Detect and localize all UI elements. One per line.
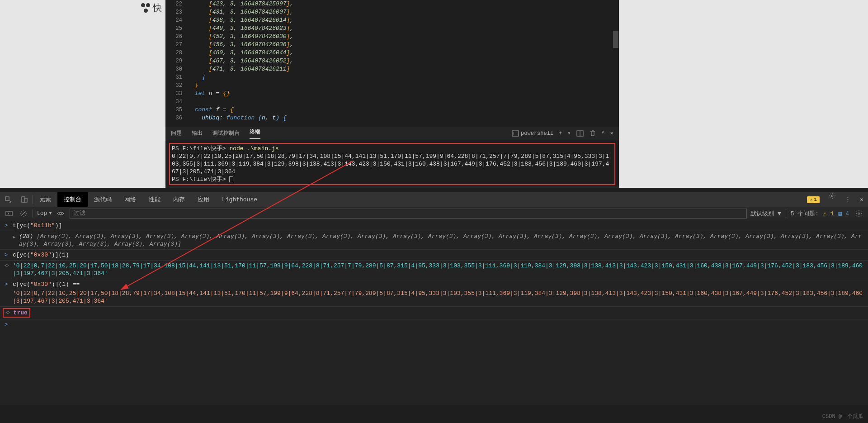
panel-tab-terminal[interactable]: 终端 bbox=[250, 128, 260, 139]
console-result-row: <·true bbox=[0, 307, 868, 319]
terminal-prompt-2: PS F:\file\快手> bbox=[172, 176, 226, 183]
line-gutter: 222324252627282930313233343536 bbox=[165, 0, 186, 127]
console-settings-icon[interactable] bbox=[854, 210, 864, 217]
log-level-selector[interactable]: 默认级别 ▼ bbox=[750, 209, 781, 218]
logo-icon bbox=[140, 3, 151, 14]
terminal-body[interactable]: PS F:\file\快手> node .\main.js 0|22|0,7|2… bbox=[165, 140, 619, 185]
console-input-row: t[yc("0x11b")] bbox=[0, 220, 868, 231]
code-content[interactable]: [423, 3, 1664078425997], [431, 3, 166407… bbox=[186, 0, 619, 127]
devtools-close-icon[interactable]: ✕ bbox=[855, 192, 868, 207]
terminal-command: node .\main.js bbox=[229, 145, 278, 152]
shell-name: powershell bbox=[521, 130, 553, 137]
console-toolbar: top ▼ 默认级别 ▼ 5 个问题: ⚠ 1 ▤ 4 bbox=[0, 207, 868, 220]
svg-point-11 bbox=[858, 213, 860, 214]
editor-window: 222324252627282930313233343536 [423, 3, … bbox=[165, 0, 619, 188]
issues-label: 5 个问题: bbox=[791, 209, 819, 218]
issues-warn-count[interactable]: ⚠ 1 bbox=[823, 210, 834, 217]
svg-point-6 bbox=[831, 195, 833, 197]
maximize-panel-icon[interactable]: ^ bbox=[602, 130, 605, 137]
svg-rect-0 bbox=[512, 131, 519, 136]
terminal-highlight-box: PS F:\file\快手> node .\main.js 0|22|0,7|2… bbox=[169, 143, 615, 185]
watermark: CSDN @一个瓜瓜 bbox=[822, 413, 863, 420]
svg-point-10 bbox=[60, 213, 61, 214]
issues-info-count[interactable]: ▤ 4 bbox=[839, 210, 849, 217]
tab-network[interactable]: 网络 bbox=[118, 192, 142, 207]
more-icon[interactable]: ⋮ bbox=[840, 192, 855, 207]
console-prompt-row[interactable] bbox=[0, 319, 868, 322]
tab-sources[interactable]: 源代码 bbox=[88, 192, 118, 207]
logo-text: 快 bbox=[153, 2, 162, 14]
terminal-prompt: PS F:\file\快手> bbox=[172, 145, 226, 152]
tab-memory[interactable]: 内存 bbox=[167, 192, 191, 207]
new-terminal-icon[interactable]: + bbox=[559, 130, 562, 137]
tab-application[interactable]: 应用 bbox=[191, 192, 216, 207]
close-panel-icon[interactable]: ✕ bbox=[610, 130, 613, 137]
panel-actions: powershell + ▾ ^ ✕ bbox=[512, 130, 613, 137]
expand-triangle-icon[interactable]: ▶ bbox=[13, 233, 15, 241]
settings-icon[interactable] bbox=[824, 192, 840, 207]
device-toggle-icon[interactable] bbox=[16, 192, 33, 207]
split-terminal-icon[interactable] bbox=[576, 130, 584, 137]
devtools-panel: 元素 控制台 源代码 网络 性能 内存 应用 Lighthouse ⚠ 1 ⋮ … bbox=[0, 192, 868, 405]
filter-input[interactable] bbox=[70, 209, 747, 219]
eye-icon[interactable] bbox=[55, 210, 66, 217]
svg-rect-3 bbox=[5, 197, 9, 200]
svg-rect-4 bbox=[22, 197, 25, 202]
tab-lighthouse[interactable]: Lighthouse bbox=[216, 192, 264, 207]
devtools-tabbar: 元素 控制台 源代码 网络 性能 内存 应用 Lighthouse ⚠ 1 ⋮ … bbox=[0, 192, 868, 207]
terminal-cursor bbox=[229, 176, 233, 182]
bottom-panel-tabs: 问题 输出 调试控制台 终端 powershell + ▾ ^ ✕ bbox=[165, 127, 619, 140]
code-editor[interactable]: 222324252627282930313233343536 [423, 3, … bbox=[165, 0, 619, 127]
console-output-row: '0|22|0,7|22|10,25|20|17,50|18|28,79|17|… bbox=[0, 261, 868, 279]
panel-tab-debug[interactable]: 调试控制台 bbox=[212, 129, 240, 137]
context-selector[interactable]: top ▼ bbox=[37, 210, 52, 217]
warnings-badge[interactable]: ⚠ 1 bbox=[802, 192, 824, 207]
console-input-row: c[yc("0x30")](1) == bbox=[0, 279, 868, 290]
site-logo: 快 bbox=[140, 2, 162, 14]
inspect-element-icon[interactable] bbox=[0, 192, 16, 207]
panel-tab-problems[interactable]: 问题 bbox=[171, 129, 182, 137]
shell-icon bbox=[512, 130, 519, 137]
clear-console-icon[interactable] bbox=[18, 210, 29, 217]
result-highlight-box: <·true bbox=[3, 308, 30, 318]
console-log[interactable]: t[yc("0x11b")] ▶ (28) [Array(3), Array(3… bbox=[0, 220, 868, 405]
tab-console[interactable]: 控制台 bbox=[57, 192, 88, 207]
panel-tab-output[interactable]: 输出 bbox=[192, 129, 203, 137]
svg-rect-5 bbox=[25, 198, 27, 202]
console-input-row: c[yc("0x30")](1) bbox=[0, 250, 868, 261]
kill-terminal-icon[interactable] bbox=[589, 130, 596, 137]
terminal-output: 0|22|0,7|22|10,25|20|17,50|18|28,79|17|3… bbox=[172, 152, 613, 176]
terminal-dropdown-icon[interactable]: ▾ bbox=[567, 130, 571, 137]
tab-performance[interactable]: 性能 bbox=[142, 192, 167, 207]
tab-elements[interactable]: 元素 bbox=[33, 192, 57, 207]
svg-line-9 bbox=[22, 212, 25, 215]
editor-scrollbar[interactable] bbox=[613, 31, 618, 48]
console-output-row[interactable]: ▶ (28) [Array(3), Array(3), Array(3), Ar… bbox=[0, 231, 868, 250]
console-sidebar-toggle-icon[interactable] bbox=[4, 210, 14, 217]
console-input-continuation: '0|22|0,7|22|10,25|20|17,50|18|28,79|17|… bbox=[0, 290, 868, 307]
shell-selector[interactable]: powershell bbox=[512, 130, 553, 137]
